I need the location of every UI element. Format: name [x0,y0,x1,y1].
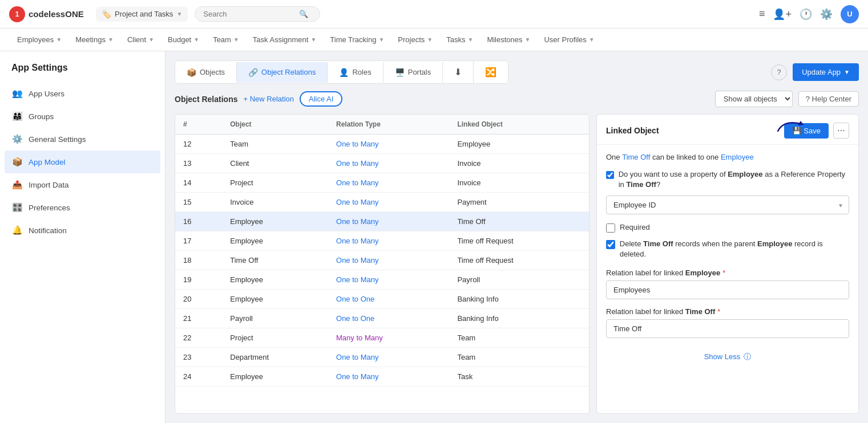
row-linked-object: Invoice [449,173,589,193]
show-all-objects-select[interactable]: Show all objects [715,91,793,107]
table-row[interactable]: 12 Team One to Many Employee [175,135,589,154]
navbar-item-task-assignment[interactable]: Task Assignment ▼ [247,29,322,51]
relation-label-employee-input[interactable] [606,280,849,299]
use-property-checkbox[interactable] [606,170,614,180]
sidebar-item-notification[interactable]: 🔔 Notification [0,219,165,242]
grid-icon[interactable]: ≡ [759,8,765,20]
navbar-label-user-profiles: User Profiles [544,35,586,44]
help-center-label: ? Help Center [806,95,851,103]
diagram-tab-icon: 🔀 [485,67,496,78]
sidebar-label-app-model: App Model [29,158,66,166]
table-row[interactable]: 13 Client One to Many Invoice [175,154,589,173]
search-icon: 🔍 [299,10,308,18]
more-options-button[interactable]: ⋯ [833,123,849,139]
table-row[interactable]: 21 Payroll One to One Banking Info [175,309,589,328]
row-num: 20 [175,290,222,309]
required-label: Required [620,222,650,233]
row-relation-type: One to Many [328,367,449,387]
table-row[interactable]: 23 Department One to Many Team [175,348,589,367]
sidebar-item-import-data[interactable]: 📤 Import Data [0,173,165,196]
row-num: 19 [175,270,222,290]
settings-icon[interactable]: ⚙️ [820,8,833,21]
delete-checkbox[interactable] [606,240,615,249]
projects-dropdown-arrow: ▼ [427,36,433,43]
navbar-item-budget[interactable]: Budget ▼ [162,29,205,51]
table-wrapper[interactable]: # Object Relation Type Linked Object 12 … [175,115,589,413]
table-row[interactable]: 24 Employee One to Many Task [175,367,589,387]
navbar-item-client[interactable]: Client ▼ [122,29,160,51]
sidebar-item-groups[interactable]: 👨‍👩‍👧 Groups [0,105,165,128]
table-row[interactable]: 14 Project One to Many Invoice [175,173,589,193]
row-linked-object: Team [449,348,589,367]
row-object: Department [222,348,328,367]
navbar-item-employees[interactable]: Employees ▼ [11,29,67,51]
navbar-item-tasks[interactable]: Tasks ▼ [441,29,479,51]
row-object: Employee [222,212,328,231]
sidebar-item-general-settings[interactable]: ⚙️ General Settings [0,128,165,151]
table-row[interactable]: 17 Employee One to Many Time off Request [175,231,589,251]
required-checkbox[interactable] [606,223,615,233]
table-row[interactable]: 18 Time Off One to Many Time off Request [175,251,589,270]
table-row[interactable]: 19 Employee One to Many Payroll [175,270,589,290]
navbar-item-user-profiles[interactable]: User Profiles ▼ [538,29,600,51]
tab-diagram[interactable]: 🔀 [474,61,508,83]
project-badge[interactable]: 🏷️ Project and Tasks ▼ [96,7,188,22]
tab-objects[interactable]: 📦 Objects [175,62,237,83]
right-panel-header: Linked Object 💾 Save ⋯ [597,115,858,145]
row-relation-type: One to Many [328,251,449,270]
reference-property-select[interactable]: Employee ID [606,196,849,214]
update-app-dropdown-arrow: ▼ [844,69,850,75]
navbar-label-time-tracking: Time Tracking [330,35,376,44]
right-panel-actions: 💾 Save ⋯ [784,123,849,139]
navbar-item-meetings[interactable]: Meetings ▼ [70,29,119,51]
time-tracking-dropdown-arrow: ▼ [378,36,384,43]
show-less-button[interactable]: Show Less ⓘ [606,346,849,368]
table-row[interactable]: 16 Employee One to Many Time Off [175,212,589,231]
row-linked-object: Payroll [449,270,589,290]
row-linked-object: Invoice [449,154,589,173]
row-object: Employee [222,290,328,309]
alice-ai-button[interactable]: Alice AI [300,91,342,107]
help-center-button[interactable]: ? Help Center [798,91,859,107]
avatar[interactable]: U [841,5,859,23]
tab-objects-label: Objects [200,68,225,76]
tab-download[interactable]: ⬇ [443,61,474,83]
row-relation-type: One to Many [328,173,449,193]
roles-tab-icon: 👤 [339,68,349,77]
relation-label-employee-label: Relation label for linked Employee* [606,269,849,277]
tab-roles[interactable]: 👤 Roles [328,62,383,83]
sidebar-item-preferences[interactable]: 🎛️ Preferences [0,196,165,219]
history-icon[interactable]: 🕐 [800,8,812,21]
sidebar-item-app-users[interactable]: 👥 App Users [0,82,165,105]
search-bar[interactable]: 🔍 [195,6,320,22]
row-linked-object: Banking Info [449,309,589,328]
navbar-item-milestones[interactable]: Milestones ▼ [481,29,536,51]
new-relation-button[interactable]: + New Relation [243,95,294,103]
sidebar-title: App Settings [0,63,165,82]
meetings-dropdown-arrow: ▼ [108,36,114,43]
tab-portals[interactable]: 🖥️ Portals [383,62,443,83]
add-user-icon[interactable]: 👤+ [773,8,792,21]
search-input[interactable] [203,10,294,18]
row-num: 13 [175,154,222,173]
row-object: Project [222,328,328,348]
help-icon-circle[interactable]: ? [771,64,787,80]
sidebar: App Settings 👥 App Users 👨‍👩‍👧 Groups ⚙️… [0,51,165,423]
tab-object-relations[interactable]: 🔗 Object Relations [237,62,328,83]
table-row[interactable]: 20 Employee One to One Banking Info [175,290,589,309]
navbar-item-team[interactable]: Team ▼ [207,29,245,51]
navbar-item-time-tracking[interactable]: Time Tracking ▼ [324,29,390,51]
navbar-item-projects[interactable]: Projects ▼ [392,29,438,51]
update-app-label: Update App [802,68,841,76]
update-app-button[interactable]: Update App ▼ [793,63,859,81]
app-model-icon: 📦 [11,156,23,168]
app-users-icon: 👥 [11,88,23,99]
logo[interactable]: 1 codelessONE [9,6,89,22]
table-row[interactable]: 15 Invoice One to Many Payment [175,193,589,212]
sidebar-item-app-model[interactable]: 📦 App Model [5,151,160,173]
relation-label-timeoff-input[interactable] [606,319,849,338]
row-object: Employee [222,231,328,251]
right-panel-title: Linked Object [606,126,659,135]
table-row[interactable]: 22 Project Many to Many Team [175,328,589,348]
row-num: 16 [175,212,222,231]
